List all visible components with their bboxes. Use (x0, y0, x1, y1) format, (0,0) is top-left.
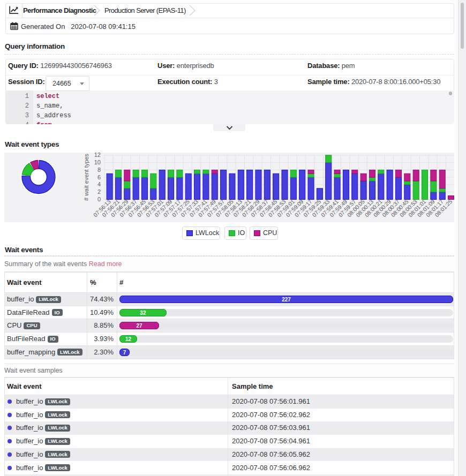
svg-text:2: 2 (97, 188, 101, 195)
svg-text:10: 10 (94, 159, 101, 165)
svg-text:# wait event types: # wait event types (83, 153, 89, 201)
svg-text:8: 8 (97, 167, 101, 173)
svg-text:0: 0 (97, 196, 101, 202)
svg-text:12: 12 (94, 153, 101, 158)
svg-text:4: 4 (97, 181, 101, 187)
svg-text:6: 6 (97, 174, 101, 180)
